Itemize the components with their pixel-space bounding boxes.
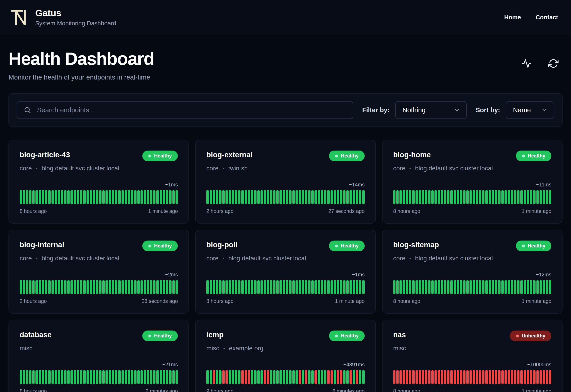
status-bar[interactable] xyxy=(463,190,466,204)
status-bar[interactable] xyxy=(501,280,504,294)
status-bar[interactable] xyxy=(61,190,63,204)
status-bar[interactable] xyxy=(454,370,456,384)
status-bar[interactable] xyxy=(55,370,57,384)
status-bar[interactable] xyxy=(153,280,155,294)
status-bar[interactable] xyxy=(318,370,320,384)
status-bar[interactable] xyxy=(399,190,402,204)
status-bar[interactable] xyxy=(495,280,497,294)
status-bar[interactable] xyxy=(501,190,504,204)
status-bar[interactable] xyxy=(492,370,494,384)
status-bar[interactable] xyxy=(508,190,510,204)
status-bar[interactable] xyxy=(222,190,225,204)
status-bar[interactable] xyxy=(118,190,120,204)
status-bar[interactable] xyxy=(121,280,124,294)
status-bar[interactable] xyxy=(219,280,221,294)
status-bar[interactable] xyxy=(83,370,85,384)
status-bar[interactable] xyxy=(450,190,452,204)
status-bar[interactable] xyxy=(115,370,117,384)
status-bar[interactable] xyxy=(302,190,304,204)
status-bar[interactable] xyxy=(96,370,98,384)
status-bar[interactable] xyxy=(251,190,253,204)
status-bar[interactable] xyxy=(533,280,535,294)
endpoint-card[interactable]: blog-article-43 Healthy core • blog.defa… xyxy=(8,140,189,224)
status-bar[interactable] xyxy=(267,280,269,294)
status-bar[interactable] xyxy=(296,190,298,204)
status-bar[interactable] xyxy=(210,370,212,384)
status-bar[interactable] xyxy=(409,280,411,294)
status-bar[interactable] xyxy=(160,370,162,384)
status-bar[interactable] xyxy=(134,190,136,204)
status-bar[interactable] xyxy=(540,280,542,294)
status-bar[interactable] xyxy=(536,370,539,384)
status-bar[interactable] xyxy=(479,280,481,294)
status-bar[interactable] xyxy=(99,280,102,294)
status-bar[interactable] xyxy=(248,370,250,384)
endpoint-card[interactable]: database Healthy misc ~21ms 8 hours ago … xyxy=(8,320,189,392)
status-bar[interactable] xyxy=(166,370,168,384)
status-bar[interactable] xyxy=(517,280,519,294)
status-bar[interactable] xyxy=(131,280,133,294)
status-bar[interactable] xyxy=(112,370,114,384)
status-bar[interactable] xyxy=(469,370,472,384)
status-bar[interactable] xyxy=(362,190,364,204)
status-bar[interactable] xyxy=(55,190,57,204)
status-bar[interactable] xyxy=(163,370,165,384)
status-bar[interactable] xyxy=(26,280,28,294)
status-bar[interactable] xyxy=(125,190,127,204)
status-bar[interactable] xyxy=(29,190,31,204)
status-bar[interactable] xyxy=(311,280,314,294)
status-bar[interactable] xyxy=(473,370,475,384)
status-bar[interactable] xyxy=(87,190,89,204)
status-bar[interactable] xyxy=(102,280,105,294)
status-bar[interactable] xyxy=(20,370,22,384)
status-bar[interactable] xyxy=(241,190,243,204)
status-bar[interactable] xyxy=(172,280,175,294)
status-bar[interactable] xyxy=(473,190,475,204)
status-bar[interactable] xyxy=(264,280,266,294)
status-bar[interactable] xyxy=(147,370,149,384)
status-bar[interactable] xyxy=(235,190,237,204)
status-bar[interactable] xyxy=(156,190,159,204)
status-bar[interactable] xyxy=(308,190,311,204)
status-bar[interactable] xyxy=(450,370,452,384)
status-bar[interactable] xyxy=(264,190,266,204)
status-bar[interactable] xyxy=(511,370,513,384)
status-bar[interactable] xyxy=(115,280,117,294)
status-bar[interactable] xyxy=(353,190,355,204)
status-bar[interactable] xyxy=(156,280,159,294)
refresh-icon[interactable] xyxy=(548,58,558,69)
status-bar[interactable] xyxy=(176,190,178,204)
status-bar[interactable] xyxy=(422,280,424,294)
status-bar[interactable] xyxy=(225,190,228,204)
status-bar[interactable] xyxy=(308,280,311,294)
status-bar[interactable] xyxy=(416,280,418,294)
status-bar[interactable] xyxy=(166,280,168,294)
status-bar[interactable] xyxy=(109,370,111,384)
search-input[interactable] xyxy=(17,101,353,119)
status-bar[interactable] xyxy=(147,190,149,204)
status-bar[interactable] xyxy=(216,190,218,204)
status-bar[interactable] xyxy=(498,370,500,384)
status-bar[interactable] xyxy=(393,370,395,384)
status-bar[interactable] xyxy=(305,280,307,294)
status-bar[interactable] xyxy=(324,280,326,294)
status-bar[interactable] xyxy=(229,280,231,294)
status-bar[interactable] xyxy=(52,190,54,204)
status-bar[interactable] xyxy=(463,280,466,294)
status-bar[interactable] xyxy=(353,280,355,294)
status-bar[interactable] xyxy=(264,370,266,384)
status-bar[interactable] xyxy=(543,190,545,204)
status-bar[interactable] xyxy=(492,190,494,204)
status-bar[interactable] xyxy=(511,190,513,204)
status-bar[interactable] xyxy=(166,190,168,204)
endpoint-card[interactable]: blog-home Healthy core • blog.default.sv… xyxy=(382,140,563,224)
status-bar[interactable] xyxy=(55,280,57,294)
status-bar[interactable] xyxy=(280,370,282,384)
status-bar[interactable] xyxy=(112,280,114,294)
status-bar[interactable] xyxy=(489,280,491,294)
status-bar[interactable] xyxy=(514,280,516,294)
status-bar[interactable] xyxy=(77,280,79,294)
status-bar[interactable] xyxy=(514,370,516,384)
status-bar[interactable] xyxy=(121,370,124,384)
status-bar[interactable] xyxy=(399,280,402,294)
